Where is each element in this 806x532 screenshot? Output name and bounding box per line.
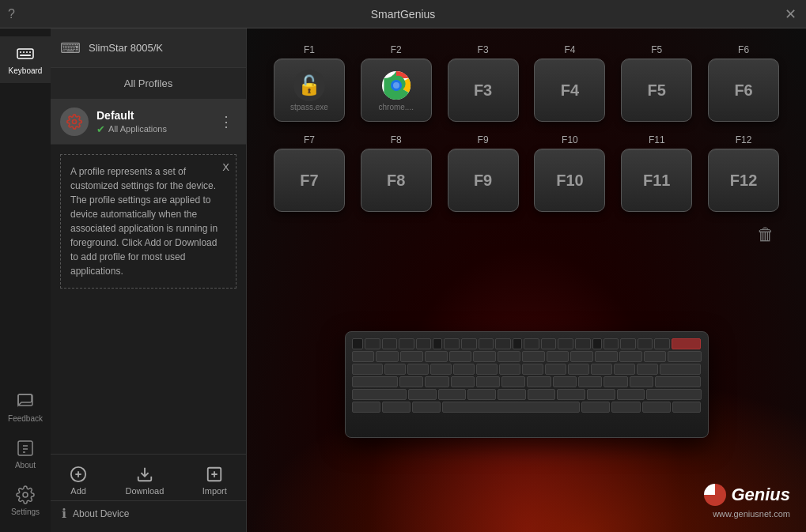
- fkey-row1: F1 🔓 stpass.exe F2: [271, 44, 782, 122]
- fkey-f5-button[interactable]: F5: [621, 58, 692, 122]
- chrome-icon: [380, 70, 412, 101]
- fkey-f11-text: F11: [643, 172, 670, 190]
- fkey-f6-button[interactable]: F6: [708, 58, 779, 122]
- about-device-label: About Device: [73, 508, 129, 519]
- keyboard-image-area: [271, 253, 782, 516]
- profile-menu-button[interactable]: ⋮: [216, 110, 237, 134]
- fkey-f9-item: F9 F9: [445, 134, 522, 212]
- fkey-f3-label: F3: [478, 44, 489, 55]
- fkey-f3-text: F3: [474, 81, 492, 100]
- device-header: ⌨ SlimStar 8005/K: [51, 28, 246, 68]
- download-label: Download: [125, 486, 164, 496]
- fkey-f11-button[interactable]: F11: [621, 149, 692, 212]
- genius-logo-text: Genius: [731, 485, 790, 505]
- fkey-f5-item: F5 F5: [618, 44, 695, 122]
- fkey-f7-item: F7 F7: [271, 134, 348, 212]
- fkey-f12-item: F12 F12: [705, 134, 782, 212]
- fkey-f8-item: F8 F8: [358, 134, 435, 212]
- fkey-f11-label: F11: [649, 134, 665, 145]
- fkey-f10-button[interactable]: F10: [534, 149, 605, 212]
- fkey-f1-item: F1 🔓 stpass.exe: [271, 44, 348, 122]
- svg-point-12: [73, 120, 77, 124]
- add-button[interactable]: Add: [70, 466, 87, 496]
- fkey-f10-item: F10 F10: [532, 134, 609, 212]
- fkey-f4-label: F4: [564, 44, 575, 55]
- fkey-f1-label: F1: [304, 44, 315, 55]
- fkey-f7-label: F7: [304, 134, 315, 145]
- close-button[interactable]: ✕: [782, 6, 798, 22]
- fkey-f11-item: F11 F11: [618, 134, 695, 212]
- profile-sub-text: All Applications: [108, 124, 167, 134]
- fkey-f10-label: F10: [562, 134, 578, 145]
- fkey-f1-appname: stpass.exe: [290, 103, 328, 111]
- sidebar-bottom: Add Download Import: [51, 454, 246, 532]
- genius-website: www.geniusnet.com: [713, 509, 790, 519]
- app-title: SmartGenius: [371, 8, 436, 21]
- profile-icon: [60, 108, 89, 136]
- add-label: Add: [70, 486, 86, 496]
- fkey-f4-button[interactable]: F4: [534, 58, 605, 122]
- profile-text: Default ✔ All Applications: [96, 109, 208, 135]
- title-bar: ? SmartGenius ✕: [0, 0, 806, 28]
- svg-point-11: [23, 492, 28, 497]
- profile-sub: ✔ All Applications: [96, 123, 208, 135]
- fkey-f2-item: F2: [358, 44, 435, 122]
- keyboard-label: Keyboard: [9, 66, 43, 75]
- fkey-f8-text: F8: [387, 172, 405, 190]
- about-device-row[interactable]: ℹ About Device: [51, 500, 246, 526]
- genius-logo-icon: [704, 484, 726, 506]
- fkey-f9-button[interactable]: F9: [448, 149, 519, 212]
- sidebar-item-keyboard[interactable]: Keyboard: [0, 36, 51, 83]
- fkey-f1-button[interactable]: 🔓 stpass.exe: [274, 58, 345, 122]
- svg-point-21: [393, 82, 399, 89]
- fkey-f4-item: F4 F4: [532, 44, 609, 122]
- fkey-f2-appname: chrome....: [379, 103, 414, 111]
- fkey-f9-label: F9: [478, 134, 489, 145]
- keyboard-device-icon: ⌨: [60, 40, 81, 57]
- svg-rect-7: [18, 441, 32, 455]
- sidebar: ⌨ SlimStar 8005/K All Profiles Default ✔…: [51, 28, 247, 532]
- fkey-f2-label: F2: [391, 44, 402, 55]
- fkey-f12-button[interactable]: F12: [708, 149, 779, 212]
- profile-check-icon: ✔: [96, 123, 105, 135]
- delete-button[interactable]: 🗑: [757, 224, 774, 245]
- sidebar-item-settings[interactable]: Settings: [0, 477, 51, 524]
- fkey-f6-text: F6: [734, 81, 752, 100]
- fkey-f4-text: F4: [561, 81, 579, 100]
- sidebar-item-feedback[interactable]: Feedback: [0, 384, 51, 431]
- import-label: Import: [202, 486, 227, 496]
- download-button[interactable]: Download: [125, 466, 164, 496]
- fkey-f8-button[interactable]: F8: [361, 149, 432, 212]
- fkey-f7-text: F7: [300, 172, 318, 190]
- info-box: X A profile represents a set of customiz…: [60, 154, 237, 289]
- fkey-f12-text: F12: [730, 172, 757, 190]
- main-layout: Keyboard Feedback About: [0, 28, 806, 532]
- fkey-f10-text: F10: [556, 172, 583, 190]
- keyboard-visual: [345, 331, 709, 438]
- profile-item-default[interactable]: Default ✔ All Applications ⋮: [51, 100, 246, 145]
- help-button[interactable]: ?: [8, 7, 15, 21]
- fkey-f6-label: F6: [738, 44, 749, 55]
- profiles-header: All Profiles: [51, 68, 246, 100]
- fkey-f2-button[interactable]: chrome....: [361, 58, 432, 122]
- info-box-close[interactable]: X: [222, 160, 229, 175]
- sidebar-item-about[interactable]: About: [0, 431, 51, 477]
- fkey-f3-button[interactable]: F3: [448, 58, 519, 122]
- import-button[interactable]: Import: [202, 466, 227, 496]
- svg-rect-0: [17, 49, 33, 58]
- fkey-row2: F7 F7 F8 F8 F9 F9 F10 F10: [271, 134, 782, 212]
- fkey-f5-text: F5: [648, 81, 666, 100]
- feedback-label: Feedback: [8, 414, 43, 423]
- about-label: About: [15, 461, 36, 470]
- delete-area: 🗑: [271, 224, 782, 245]
- info-icon: ℹ: [62, 506, 66, 521]
- genius-logo: Genius www.geniusnet.com: [704, 484, 790, 520]
- device-name: SlimStar 8005/K: [89, 42, 163, 54]
- fkey-f7-button[interactable]: F7: [274, 149, 345, 212]
- fkey-f5-label: F5: [651, 44, 662, 55]
- fkey-f6-item: F6 F6: [705, 44, 782, 122]
- icon-bar: Keyboard Feedback About: [0, 28, 51, 532]
- fkey-f9-text: F9: [474, 172, 492, 190]
- lock-icon: 🔓: [293, 70, 325, 101]
- bottom-actions: Add Download Import: [51, 461, 246, 500]
